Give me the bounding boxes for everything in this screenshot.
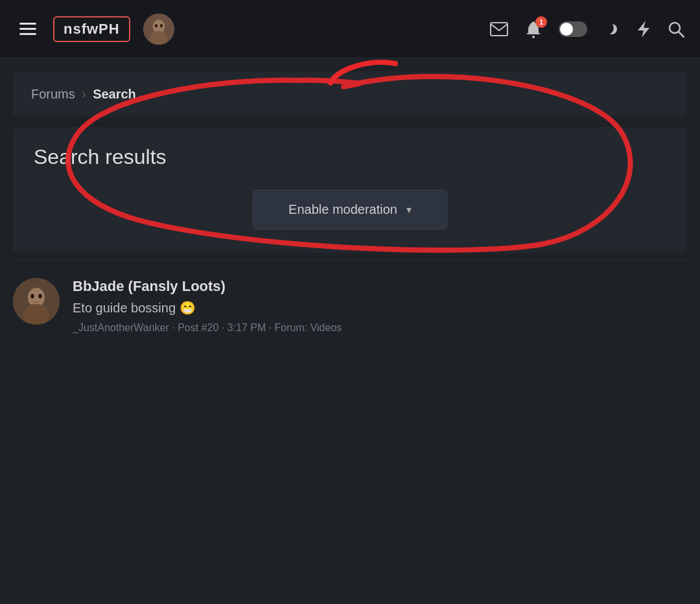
mail-icon[interactable] — [490, 22, 508, 36]
search-results-section: Search results Enable moderation ▾ — [13, 127, 687, 253]
post-meta-info: _JustAnotherWanker · Post #20 · 3:17 PM … — [73, 322, 687, 334]
post-content: BbJade (Fansly Loots) Eto guide bossing … — [73, 278, 687, 334]
svg-point-3 — [155, 24, 158, 27]
notification-bell-icon[interactable]: 1 — [525, 20, 542, 38]
search-results-container: Search results Enable moderation ▾ — [0, 127, 700, 253]
header-icons: 1 — [490, 20, 684, 38]
post-list: BbJade (Fansly Loots) Eto guide bossing … — [13, 253, 687, 352]
notification-count-badge: 1 — [535, 16, 547, 28]
svg-rect-5 — [491, 23, 508, 36]
post-preview-text: Eto guide bossing 😁 — [73, 300, 687, 316]
breadcrumb-separator: › — [82, 86, 86, 102]
svg-line-9 — [679, 32, 684, 37]
header: nsfwPH 1 — [0, 0, 700, 58]
breadcrumb-search: Search — [93, 87, 136, 102]
svg-point-6 — [532, 36, 535, 38]
breadcrumb-forums[interactable]: Forums — [31, 87, 75, 102]
moderation-button-wrapper: Enable moderation ▾ — [34, 190, 666, 229]
breadcrumb: Forums › Search — [13, 71, 687, 117]
enable-moderation-button[interactable]: Enable moderation ▾ — [253, 190, 447, 229]
bolt-icon[interactable] — [636, 20, 651, 38]
moon-icon[interactable] — [604, 21, 620, 37]
post-item: BbJade (Fansly Loots) Eto guide bossing … — [13, 259, 687, 352]
chevron-down-icon: ▾ — [406, 203, 412, 216]
hamburger-menu-button[interactable] — [16, 19, 40, 39]
site-logo[interactable]: nsfwPH — [53, 16, 130, 42]
enable-moderation-label: Enable moderation — [288, 202, 397, 217]
theme-toggle-icon[interactable] — [559, 21, 587, 37]
post-author-avatar[interactable] — [13, 278, 60, 325]
search-results-title: Search results — [34, 145, 666, 169]
search-icon[interactable] — [668, 21, 684, 38]
user-avatar[interactable] — [143, 14, 174, 45]
svg-point-13 — [31, 294, 34, 299]
svg-marker-7 — [638, 21, 649, 38]
svg-point-4 — [160, 24, 163, 27]
svg-point-14 — [39, 294, 42, 299]
post-author-title[interactable]: BbJade (Fansly Loots) — [73, 278, 687, 295]
